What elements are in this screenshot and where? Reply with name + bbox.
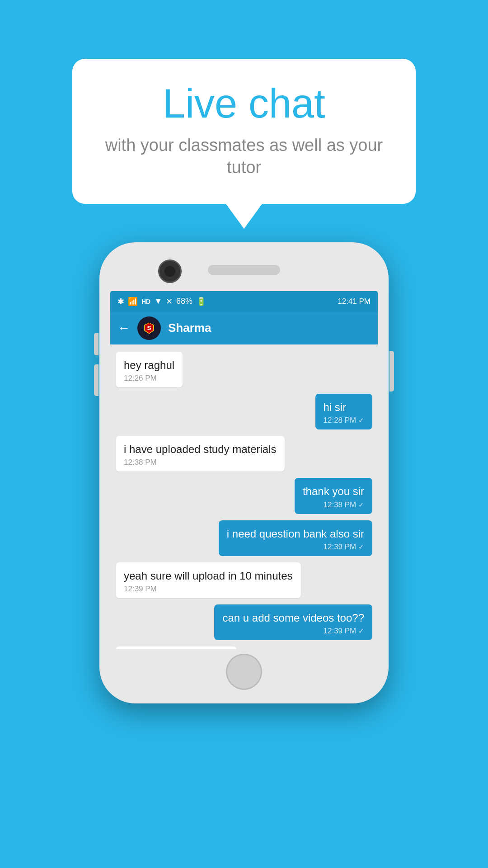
message-5-time: 12:39 PM ✓ bbox=[227, 542, 364, 552]
message-7-time: 12:39 PM ✓ bbox=[222, 627, 364, 636]
message-1-time: 12:26 PM bbox=[124, 374, 174, 383]
message-2-time: 12:28 PM ✓ bbox=[324, 416, 365, 425]
contact-avatar: S bbox=[137, 316, 161, 340]
phone-speaker bbox=[208, 265, 280, 275]
message-7: can u add some videos too?? 12:39 PM ✓ bbox=[214, 604, 372, 640]
check-icon: ✓ bbox=[358, 416, 364, 424]
message-6-text: yeah sure will upload in 10 minutes bbox=[124, 569, 293, 583]
message-3: i have uploaded study materials 12:38 PM bbox=[116, 436, 285, 472]
phone-volume-down-button bbox=[94, 364, 99, 396]
phone-screen: ✱ 📶 HD ▼ ✕ 68% 🔋 12:41 PM ← bbox=[110, 291, 378, 649]
bluetooth-icon: ✱ bbox=[117, 297, 124, 307]
chat-header[interactable]: ← S Sharma bbox=[110, 312, 378, 344]
chat-messages-area[interactable]: hey raghul 12:26 PM hi sir 12:28 PM ✓ i … bbox=[110, 344, 378, 649]
message-6: yeah sure will upload in 10 minutes 12:3… bbox=[116, 562, 301, 598]
check-icon-7: ✓ bbox=[358, 627, 364, 635]
network-icon: ✕ bbox=[166, 297, 173, 307]
superman-icon: S bbox=[141, 320, 157, 336]
wifi-icon: ▼ bbox=[154, 297, 162, 306]
message-3-time: 12:38 PM bbox=[124, 458, 277, 467]
message-6-time: 12:39 PM bbox=[124, 585, 293, 594]
message-2: hi sir 12:28 PM ✓ bbox=[315, 394, 373, 429]
phone-mockup: ✱ 📶 HD ▼ ✕ 68% 🔋 12:41 PM ← bbox=[99, 242, 389, 703]
message-8: tell me the exact topic bbox=[116, 646, 237, 649]
message-1: hey raghul 12:26 PM bbox=[116, 352, 183, 387]
status-bar-right: 12:41 PM bbox=[338, 297, 371, 306]
hd-icon: HD bbox=[141, 298, 150, 305]
speech-bubble-tail bbox=[226, 204, 262, 229]
message-4-text: thank you sir bbox=[303, 484, 364, 498]
signal-icon: 📶 bbox=[128, 297, 138, 307]
main-title: Live chat bbox=[99, 81, 389, 126]
message-7-text: can u add some videos too?? bbox=[222, 611, 364, 625]
message-2-text: hi sir bbox=[324, 400, 365, 414]
speech-bubble: Live chat with your classmates as well a… bbox=[72, 59, 416, 204]
time-display: 12:41 PM bbox=[338, 297, 371, 306]
message-4-time: 12:38 PM ✓ bbox=[303, 500, 364, 509]
message-5: i need question bank also sir 12:39 PM ✓ bbox=[219, 520, 372, 556]
phone-camera bbox=[158, 259, 182, 283]
phone-camera-lens bbox=[164, 266, 175, 277]
message-5-text: i need question bank also sir bbox=[227, 527, 364, 541]
phone-volume-up-button bbox=[94, 333, 99, 355]
check-icon-5: ✓ bbox=[358, 543, 364, 551]
message-4: thank you sir 12:38 PM ✓ bbox=[295, 478, 372, 514]
back-button[interactable]: ← bbox=[117, 321, 130, 335]
phone-power-button bbox=[389, 351, 394, 392]
phone-home-button[interactable] bbox=[226, 654, 262, 690]
message-1-text: hey raghul bbox=[124, 358, 174, 372]
svg-text:S: S bbox=[147, 325, 151, 331]
message-3-text: i have uploaded study materials bbox=[124, 442, 277, 456]
battery-icon: 🔋 bbox=[196, 297, 206, 307]
contact-name: Sharma bbox=[168, 321, 211, 335]
status-bar-left: ✱ 📶 HD ▼ ✕ 68% 🔋 bbox=[117, 297, 206, 307]
check-icon-4: ✓ bbox=[358, 501, 364, 509]
speech-bubble-card: Live chat with your classmates as well a… bbox=[72, 59, 416, 229]
subtitle: with your classmates as well as your tut… bbox=[99, 134, 389, 179]
status-bar: ✱ 📶 HD ▼ ✕ 68% 🔋 12:41 PM bbox=[110, 291, 378, 312]
battery-percent: 68% bbox=[176, 297, 192, 306]
